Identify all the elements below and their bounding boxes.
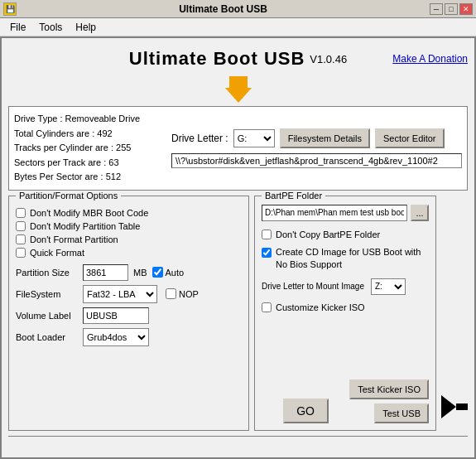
create-cd-checkbox[interactable] bbox=[262, 248, 272, 258]
menu-help[interactable]: Help bbox=[69, 20, 103, 35]
app-icon-glyph: 💾 bbox=[6, 5, 15, 13]
drive-panel: Drive Type : Removeable Drive Total Cyli… bbox=[8, 106, 468, 191]
browse-button[interactable]: ... bbox=[411, 205, 429, 221]
menu-file[interactable]: File bbox=[3, 20, 32, 35]
bartpe-bottom: GO Test Kicker ISO Test USB bbox=[262, 379, 429, 423]
mb-label: MB bbox=[133, 268, 147, 278]
minimize-button[interactable]: ─ bbox=[430, 3, 443, 15]
nop-checkbox-row: NOP bbox=[166, 288, 199, 299]
partition-size-input[interactable] bbox=[83, 264, 128, 281]
auto-label: Auto bbox=[166, 268, 185, 278]
sector-editor-button[interactable]: Sector Editor bbox=[375, 128, 445, 148]
no-mbr-label: Don't Modify MBR Boot Code bbox=[30, 208, 148, 218]
no-format-checkbox[interactable] bbox=[16, 234, 26, 244]
window-controls: ─ □ ✕ bbox=[430, 3, 473, 15]
no-format-label: Don't Format Partition bbox=[30, 234, 118, 244]
mount-select[interactable]: Z: bbox=[371, 278, 406, 295]
no-mbr-row: Don't Modify MBR Boot Code bbox=[16, 208, 242, 218]
filesystem-row: FileSystem Fat32 - LBA NOP bbox=[16, 285, 242, 303]
quick-format-label: Quick Format bbox=[30, 248, 84, 258]
customize-checkbox[interactable] bbox=[262, 302, 272, 312]
auto-checkbox[interactable] bbox=[152, 267, 163, 278]
drive-letter-row: Drive Letter : G: Filesystem Details Sec… bbox=[171, 128, 462, 148]
partition-size-row: Partition Size MB Auto bbox=[16, 264, 242, 281]
nop-checkbox[interactable] bbox=[166, 288, 176, 299]
quick-format-checkbox[interactable] bbox=[16, 248, 26, 258]
quick-format-row: Quick Format bbox=[16, 248, 242, 258]
drive-info-line-1: Drive Type : Removeable Drive bbox=[14, 112, 163, 127]
no-mbr-checkbox[interactable] bbox=[16, 208, 26, 218]
auto-checkbox-row: Auto bbox=[152, 267, 185, 278]
menubar: File Tools Help bbox=[0, 18, 476, 36]
no-partition-table-label: Don't Modify Partition Table bbox=[30, 221, 140, 231]
volume-label-label: Volume Label bbox=[16, 311, 78, 321]
drive-letter-select[interactable]: G: bbox=[233, 129, 275, 147]
drive-info-line-2: Total Cylinders are : 492 bbox=[14, 127, 163, 142]
dont-copy-checkbox[interactable] bbox=[262, 230, 272, 239]
partition-size-label: Partition Size bbox=[16, 268, 78, 278]
no-partition-table-checkbox[interactable] bbox=[16, 221, 26, 231]
customize-row: Customize Kicker ISO bbox=[262, 302, 429, 312]
drive-info: Drive Type : Removeable Drive Total Cyli… bbox=[14, 112, 163, 185]
app-version: V1.0.46 bbox=[310, 53, 347, 65]
mount-row: Drive Letter to Mount Image Z: bbox=[262, 278, 429, 295]
create-cd-row: Create CD Image for USB Boot with No Bio… bbox=[262, 246, 429, 272]
filesystem-label: FileSystem bbox=[16, 289, 78, 299]
close-button[interactable]: ✕ bbox=[459, 3, 473, 15]
titlebar: 💾 Ultimate Boot USB ─ □ ✕ bbox=[0, 0, 476, 18]
status-bar bbox=[8, 436, 468, 451]
go-button[interactable]: GO bbox=[283, 399, 329, 423]
header: Ultimate Boot USB V1.0.46 Make A Donatio… bbox=[8, 45, 468, 73]
bootloader-select[interactable]: Grub4dos bbox=[83, 328, 149, 346]
bottom-section: Partition/Format Options Don't Modify MB… bbox=[8, 196, 468, 431]
app-icon: 💾 bbox=[3, 2, 17, 16]
no-partition-table-row: Don't Modify Partition Table bbox=[16, 221, 242, 231]
drive-info-line-3: Tracks per Cylinder are : 255 bbox=[14, 141, 163, 156]
dont-copy-row: Don't Copy BartPE Folder bbox=[262, 230, 429, 239]
bootloader-label: Boot Loader bbox=[16, 332, 78, 342]
nop-label: NOP bbox=[179, 289, 199, 299]
bartpe-panel: BartPE Folder ... Don't Copy BartPE Fold… bbox=[254, 196, 436, 431]
customize-label: Customize Kicker ISO bbox=[276, 302, 365, 312]
app-title: Ultimate Boot USB bbox=[129, 48, 305, 70]
bootloader-row: Boot Loader Grub4dos bbox=[16, 328, 242, 346]
volume-label-input[interactable] bbox=[83, 307, 149, 324]
right-arrow-container bbox=[441, 196, 468, 431]
drive-controls: Drive Letter : G: Filesystem Details Sec… bbox=[171, 128, 462, 168]
partition-panel: Partition/Format Options Don't Modify MB… bbox=[8, 196, 249, 431]
drive-info-line-4: Sectors per Track are : 63 bbox=[14, 156, 163, 171]
drive-path: \\?\usbstor#disk&ven_jetflash&prod_trans… bbox=[171, 153, 462, 168]
mount-label: Drive Letter to Mount Image bbox=[262, 282, 364, 291]
right-arrow-indicator bbox=[441, 395, 468, 418]
restore-button[interactable]: □ bbox=[445, 3, 458, 15]
dont-copy-label: Don't Copy BartPE Folder bbox=[276, 230, 380, 239]
partition-panel-legend: Partition/Format Options bbox=[16, 191, 121, 201]
arrow-indicator bbox=[8, 76, 468, 103]
menu-tools[interactable]: Tools bbox=[32, 20, 69, 35]
filesystem-details-button[interactable]: Filesystem Details bbox=[280, 128, 370, 148]
test-kicker-button[interactable]: Test Kicker ISO bbox=[349, 379, 429, 399]
drive-letter-label: Drive Letter : bbox=[171, 133, 228, 144]
bartpe-path-input[interactable] bbox=[262, 205, 407, 221]
bartpe-panel-legend: BartPE Folder bbox=[262, 191, 325, 201]
donate-link[interactable]: Make A Donation bbox=[392, 53, 468, 65]
test-usb-button[interactable]: Test USB bbox=[374, 403, 429, 423]
drive-info-line-5: Bytes Per Sector are : 512 bbox=[14, 170, 163, 185]
no-format-row: Don't Format Partition bbox=[16, 234, 242, 244]
volume-label-row: Volume Label bbox=[16, 307, 242, 324]
filesystem-select[interactable]: Fat32 - LBA bbox=[83, 285, 157, 303]
bartpe-path-row: ... bbox=[262, 205, 429, 221]
create-cd-label: Create CD Image for USB Boot with No Bio… bbox=[276, 246, 429, 272]
window-title: Ultimate Boot USB bbox=[17, 3, 430, 15]
main-window: Ultimate Boot USB V1.0.46 Make A Donatio… bbox=[0, 36, 476, 459]
